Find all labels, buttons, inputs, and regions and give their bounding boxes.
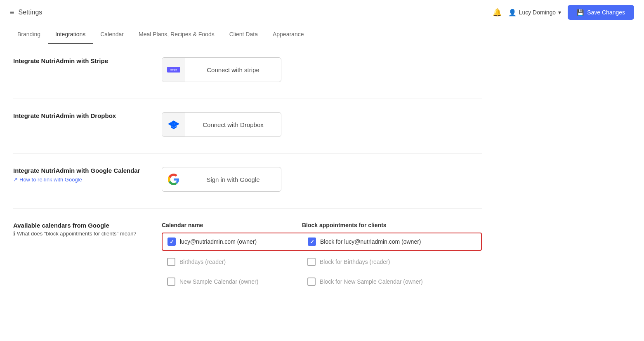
user-avatar-icon: 👤 (508, 9, 517, 16)
save-changes-button[interactable]: 💾 Save Changes (568, 5, 634, 20)
calendar-row-sample: New Sample Calendar (owner) Block for Ne… (162, 273, 482, 290)
tab-branding[interactable]: Branding (10, 25, 48, 44)
connect-stripe-button[interactable]: stripe Connect with stripe (162, 57, 281, 82)
stripe-integration-row: Integrate NutriAdmin with Stripe stripe … (13, 57, 482, 82)
cal-name-checkbox-owner[interactable] (167, 238, 176, 246)
cal-name-checkbox-birthdays[interactable] (167, 258, 175, 266)
dropbox-integration-row: Integrate NutriAdmin with Dropbox Connec… (13, 112, 482, 137)
divider-3 (13, 208, 482, 209)
tab-appearance[interactable]: Appearance (265, 25, 311, 44)
stripe-heading: Integrate NutriAdmin with Stripe (13, 57, 145, 64)
block-appointments-info-link[interactable]: ℹ What does "block appointments for clie… (13, 230, 145, 237)
cal-name-text-owner: lucy@nutriadmin.com (owner) (180, 238, 257, 245)
calendars-label: Available calendars from Google ℹ What d… (13, 222, 145, 237)
external-link-icon: ↗ (13, 176, 18, 183)
sign-in-google-button[interactable]: Sign in with Google (162, 167, 281, 192)
divider-2 (13, 153, 482, 154)
dropbox-icon (162, 112, 185, 137)
cal-block-text-birthdays: Block for Birthdays (reader) (320, 259, 390, 265)
chevron-down-icon: ▾ (558, 9, 561, 16)
hamburger-icon[interactable]: ≡ (10, 8, 14, 17)
topbar: ≡ Settings 🔔 👤 Lucy Domingo ▾ 💾 Save Cha… (0, 0, 644, 25)
connect-dropbox-label: Connect with Dropbox (185, 121, 281, 128)
tab-calendar[interactable]: Calendar (93, 25, 131, 44)
stripe-icon: stripe (162, 57, 185, 82)
cal-name-cell-owner: lucy@nutriadmin.com (owner) (167, 238, 308, 246)
cal-name-cell-birthdays: Birthdays (reader) (167, 258, 307, 266)
cal-block-cell-birthdays: Block for Birthdays (reader) (307, 258, 477, 266)
cal-block-cell-owner: Block for lucy@nutriadmin.com (owner) (308, 238, 476, 246)
tab-meal-plans[interactable]: Meal Plans, Recipes & Foods (131, 25, 222, 44)
calendars-header: Available calendars from Google ℹ What d… (13, 222, 482, 293)
calendar-row-owner: lucy@nutriadmin.com (owner) Block for lu… (162, 233, 482, 251)
bell-icon[interactable]: 🔔 (493, 8, 502, 17)
col-calendar-name: Calendar name (162, 222, 302, 228)
save-changes-label: Save Changes (587, 9, 625, 16)
cal-block-text-sample: Block for New Sample Calendar (owner) (320, 278, 423, 285)
calendar-row-birthdays: Birthdays (reader) Block for Birthdays (… (162, 253, 482, 270)
cal-block-checkbox-owner[interactable] (308, 238, 316, 246)
cal-block-checkbox-birthdays[interactable] (307, 258, 316, 266)
cal-name-text-birthdays: Birthdays (reader) (179, 259, 226, 265)
col-block-appointments: Block appointments for clients (302, 222, 482, 228)
tab-integrations[interactable]: Integrations (48, 25, 93, 44)
calendars-table-header: Calendar name Block appointments for cli… (162, 222, 482, 293)
cal-block-checkbox-sample[interactable] (307, 278, 316, 286)
tab-client-data[interactable]: Client Data (222, 25, 265, 44)
connect-stripe-label: Connect with stripe (185, 66, 281, 73)
main-content: Integrate NutriAdmin with Stripe stripe … (0, 44, 495, 312)
block-info-text: What does "block appointments for client… (17, 230, 137, 237)
google-calendar-heading: Integrate NutriAdmin with Google Calenda… (13, 167, 145, 174)
cal-name-checkbox-sample[interactable] (167, 278, 175, 286)
relink-text: How to re-link with Google (19, 176, 82, 183)
calendar-col-headers: Calendar name Block appointments for cli… (162, 222, 482, 228)
google-calendar-integration-row: Integrate NutriAdmin with Google Calenda… (13, 167, 482, 192)
divider-1 (13, 99, 482, 99)
topbar-left: ≡ Settings (10, 8, 42, 17)
cal-name-text-sample: New Sample Calendar (owner) (179, 278, 258, 285)
user-menu[interactable]: 👤 Lucy Domingo ▾ (508, 9, 561, 16)
dropbox-heading: Integrate NutriAdmin with Dropbox (13, 112, 145, 119)
google-calendar-label: Integrate NutriAdmin with Google Calenda… (13, 167, 145, 183)
save-icon: 💾 (577, 9, 584, 16)
page-title: Settings (19, 9, 42, 16)
google-logo-icon (162, 167, 185, 192)
connect-dropbox-button[interactable]: Connect with Dropbox (162, 112, 281, 137)
sign-in-google-label: Sign in with Google (185, 176, 281, 183)
info-icon: ℹ (13, 230, 15, 237)
stripe-label: Integrate NutriAdmin with Stripe (13, 57, 145, 67)
cal-block-text-owner: Block for lucy@nutriadmin.com (owner) (320, 238, 421, 245)
tabs-bar: Branding Integrations Calendar Meal Plan… (0, 25, 644, 44)
cal-name-cell-sample: New Sample Calendar (owner) (167, 278, 307, 286)
topbar-right: 🔔 👤 Lucy Domingo ▾ 💾 Save Changes (493, 5, 634, 20)
cal-block-cell-sample: Block for New Sample Calendar (owner) (307, 278, 477, 286)
calendars-section: Available calendars from Google ℹ What d… (13, 222, 482, 293)
relink-google-link[interactable]: ↗ How to re-link with Google (13, 176, 145, 183)
username-label: Lucy Domingo (519, 9, 556, 16)
dropbox-label: Integrate NutriAdmin with Dropbox (13, 112, 145, 122)
calendars-section-heading: Available calendars from Google (13, 222, 145, 229)
svg-text:stripe: stripe (170, 68, 177, 71)
